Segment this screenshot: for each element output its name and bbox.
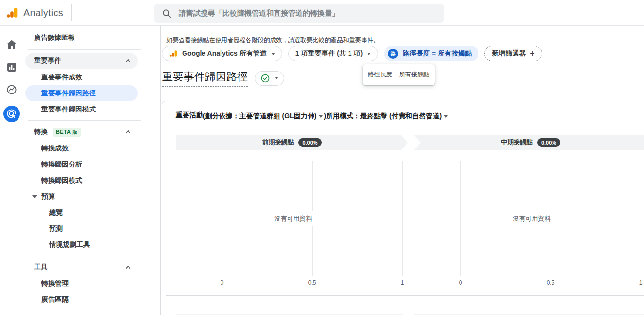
add-filter-chip[interactable]: 新增篩選器 + (484, 46, 542, 61)
chart-gridline (460, 161, 461, 276)
chart-gridline (641, 161, 641, 276)
dropdown-caret-icon (444, 115, 448, 118)
report-nav-sidebar: 廣告數據匯報 重要事件 重要事件成效 重要事件歸因路徑 重要事件歸因模式 轉換 … (23, 26, 161, 315)
dropdown-caret-icon (367, 53, 371, 55)
attribution-paths-card: 重要活動 (劃分依據：主要管道群組 (GL固力伸))所用模式：最終點擊 (付費和… (162, 101, 644, 315)
early-touchpoints-banner[interactable]: 前期接觸點 0.00% (176, 135, 408, 150)
banner-label: 中期接觸點 (501, 138, 533, 148)
search-bar[interactable]: 請嘗試搜尋「比較隨機管道和直接管道的轉換量」 (154, 4, 444, 23)
advertising-glyph (6, 109, 17, 119)
no-data-message: 沒有可用資料 (508, 211, 555, 226)
reports-icon[interactable] (5, 61, 18, 74)
analytics-logo-icon (6, 6, 18, 19)
no-data-message: 沒有可用資料 (269, 211, 317, 226)
search-icon (162, 8, 172, 19)
page-title-row: 重要事件歸因路徑 (162, 70, 284, 87)
sidebar-item-conversion-attribution-analysis[interactable]: 轉換歸因分析 (23, 156, 160, 172)
dropdown-caret-icon (275, 77, 278, 79)
banner-label: 前期接觸點 (262, 138, 294, 148)
chip-label: Google Analytics 所有管道 (182, 49, 267, 58)
share-badge-wrap: 0.00% (537, 138, 560, 148)
app-name: Analytics (23, 7, 63, 19)
explore-icon[interactable] (5, 83, 18, 96)
section-label: 轉換 (34, 128, 48, 136)
share-badge: 0.00% (298, 138, 321, 147)
chip-label: 1 項重要事件 (共 1 項) (295, 49, 363, 58)
model-text: )所用模式：最終點擊 (付費和自然管道) (324, 112, 442, 121)
chevron-up-icon (125, 264, 131, 270)
chevron-up-icon (125, 58, 131, 64)
chevron-up-icon (125, 129, 131, 135)
sidebar-item-key-event-attribution-paths[interactable]: 重要事件歸因路徑 (25, 85, 138, 101)
mid-touchpoints-banner[interactable]: 中期接觸點 0.00% (414, 135, 644, 150)
x-axis-tick-label: 0.5 (308, 279, 316, 286)
sidebar-item-ads-overview[interactable]: 廣告數據匯報 (23, 30, 160, 46)
sidebar-item-conversion-performance[interactable]: 轉換成效 (23, 140, 160, 156)
chip-label: 新增篩選器 (492, 49, 526, 58)
card-row-divider (166, 295, 644, 296)
beta-badge: BETA 版 (53, 128, 81, 137)
chart-gridline (222, 161, 222, 276)
search-placeholder: 請嘗試搜尋「比較隨機管道和直接管道的轉換量」 (179, 9, 339, 18)
advertising-icon-active[interactable] (3, 106, 20, 122)
x-axis-tick-label: 1 (401, 279, 404, 286)
top-app-bar: Analytics 請嘗試搜尋「比較隨機管道和直接管道的轉換量」 (0, 0, 644, 26)
bar-chart-glyph (6, 61, 18, 73)
sidebar-item-key-event-performance[interactable]: 重要事件成效 (23, 69, 160, 85)
home-glyph (6, 39, 18, 51)
path-length-filter-chip[interactable]: 路 路徑長度 = 所有接觸點 (384, 46, 478, 61)
metric-label[interactable]: 重要活動 (176, 111, 203, 121)
sidebar-divider (28, 49, 141, 50)
chip-label: 路徑長度 = 所有接觸點 (403, 49, 472, 58)
sidebar-subitem-overview[interactable]: 總覽 (23, 204, 160, 221)
budget-label: 預算 (41, 192, 55, 201)
section-label: 工具 (34, 263, 48, 272)
section-label: 重要事件 (34, 56, 61, 65)
main-content: 如要查看接觸點在使用者歷程各階段的成效，請選取要比較的產品和重要事件。 Goog… (161, 26, 644, 315)
x-axis-tick-label: 0 (221, 279, 224, 286)
nav-rail (0, 26, 23, 315)
sidebar-divider (28, 256, 141, 256)
breakdown-text: (劃分依據：主要管道群組 (GL固力伸) (203, 112, 316, 121)
breakdown-selector[interactable]: (劃分依據：主要管道群組 (GL固力伸) (203, 112, 324, 121)
x-axis-tick-label: 0.5 (547, 279, 555, 286)
card-header: 重要活動 (劃分依據：主要管道群組 (GL固力伸))所用模式：最終點擊 (付費和… (176, 111, 449, 121)
sidebar-divider (28, 120, 141, 121)
dropdown-caret-icon (271, 53, 275, 55)
intro-text: 如要查看接觸點在使用者歷程各階段的成效，請選取要比較的產品和重要事件。 (166, 37, 380, 45)
sidebar-item-conversion-attribution-models[interactable]: 轉換歸因模式 (23, 172, 160, 188)
sidebar-item-budget-expandable[interactable]: 預算 (23, 188, 160, 204)
analytics-logo-icon (169, 49, 178, 58)
property-channels-chip[interactable]: Google Analytics 所有管道 (162, 46, 282, 61)
x-axis-tick-label: 1 (639, 279, 643, 286)
plus-icon: + (530, 49, 535, 58)
app-logo[interactable]: Analytics (0, 6, 63, 19)
mid-touchpoints-chart: 00.51沒有可用資料 (460, 161, 641, 276)
check-circle-icon (260, 74, 270, 83)
early-touchpoints-chart: 00.51沒有可用資料 (222, 161, 402, 276)
path-badge-icon: 路 (388, 49, 398, 59)
sidebar-section-key-events[interactable]: 重要事件 (25, 53, 138, 69)
sidebar-subitem-forecast[interactable]: 預測 (23, 221, 160, 237)
sidebar-section-conversions[interactable]: 轉換 BETA 版 (25, 124, 138, 140)
explore-glyph (6, 84, 18, 95)
sidebar-subitem-scenario-planner[interactable]: 情境規劃工具 (23, 237, 160, 253)
page-title[interactable]: 重要事件歸因路徑 (162, 70, 248, 87)
share-badge-wrap: 0.00% (298, 138, 321, 148)
data-quality-dropdown[interactable] (255, 71, 284, 86)
sidebar-item-conversion-management[interactable]: 轉換管理 (23, 276, 160, 292)
model-selector[interactable]: )所用模式：最終點擊 (付費和自然管道) (324, 112, 449, 121)
sidebar-item-ad-segments[interactable]: 廣告區隔 (23, 292, 160, 308)
triangle-expanded-icon (32, 195, 37, 198)
share-badge: 0.00% (537, 138, 560, 147)
filter-chip-row: Google Analytics 所有管道 1 項重要事件 (共 1 項) 路 … (162, 46, 542, 61)
sidebar-section-tools[interactable]: 工具 (25, 259, 138, 276)
path-length-tooltip: 路徑長度 = 所有接觸點 (363, 64, 435, 85)
x-axis-tick-label: 0 (459, 279, 462, 286)
header-divider (71, 4, 72, 21)
sidebar-item-key-event-attribution-models[interactable]: 重要事件歸因模式 (23, 101, 160, 117)
home-icon[interactable] (5, 38, 18, 51)
key-events-chip[interactable]: 1 項重要事件 (共 1 項) (288, 46, 378, 61)
chart-gridline (402, 161, 403, 276)
dropdown-caret-icon (319, 115, 323, 118)
